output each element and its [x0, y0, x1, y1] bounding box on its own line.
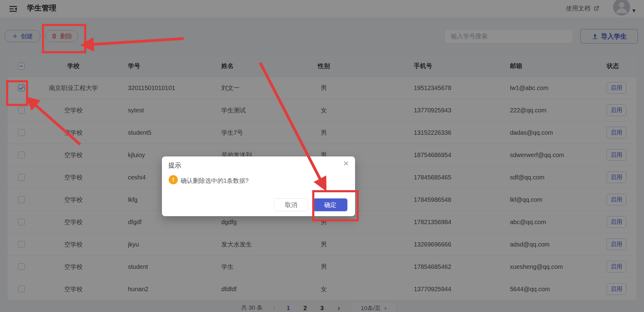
dialog-title: 提示: [168, 161, 181, 170]
confirm-dialog: 提示 ✕ ! 确认删除选中的1条数据? 取消 确定: [162, 156, 355, 216]
modal-overlay: [0, 0, 644, 312]
cancel-button[interactable]: 取消: [274, 198, 308, 211]
warning-icon: !: [169, 175, 178, 184]
student-management-page: 学生管理 使用文档 ▾ 创建 删除 导入学生: [0, 0, 644, 312]
dialog-message: 确认删除选中的1条数据?: [181, 177, 249, 185]
confirm-button[interactable]: 确定: [313, 198, 347, 211]
close-icon[interactable]: ✕: [343, 160, 349, 167]
